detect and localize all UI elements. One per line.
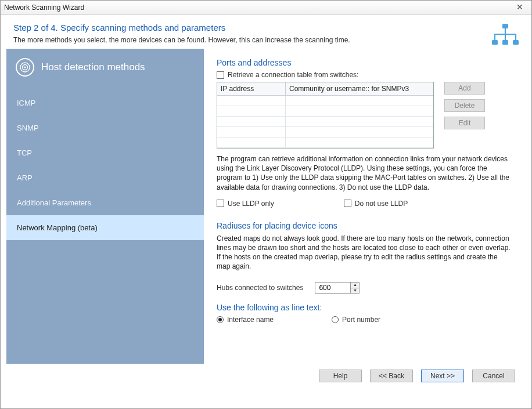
hubs-label: Hubs connected to switches — [217, 284, 303, 292]
sidebar-item-tcp[interactable]: TCP — [6, 140, 204, 165]
switch-table[interactable]: IP address Community or username:: for S… — [217, 82, 434, 149]
sidebar-item-arp[interactable]: ARP — [6, 165, 204, 190]
svg-rect-1 — [492, 40, 498, 45]
ports-section-title: Ports and addresses — [217, 58, 513, 67]
table-header-community: Community or username:: for SNMPv3 — [286, 82, 433, 95]
hubs-spinner[interactable]: ▲ ▼ — [315, 282, 360, 294]
next-button[interactable]: Next >> — [421, 370, 464, 382]
table-header-row: IP address Community or username:: for S… — [217, 82, 433, 96]
hubs-input[interactable] — [315, 282, 351, 294]
sidebar-item-label: ICMP — [17, 99, 36, 107]
do-not-use-lldp-label: Do not use LLDP — [355, 200, 408, 208]
table-row[interactable] — [217, 117, 433, 127]
port-number-radio[interactable]: Port number — [332, 316, 380, 324]
sidebar-item-label: ARP — [17, 173, 33, 182]
interface-name-label: Interface name — [227, 316, 274, 324]
lldp-checkboxes: Use LLDP only Do not use LLDP — [217, 197, 513, 211]
sidebar: Host detection methods ICMP SNMP TCP ARP… — [6, 49, 204, 364]
sidebar-title: Host detection methods — [41, 61, 145, 73]
sidebar-item-snmp[interactable]: SNMP — [6, 115, 204, 140]
hubs-spinner-row: Hubs connected to switches ▲ ▼ — [217, 282, 513, 294]
wizard-body: Host detection methods ICMP SNMP TCP ARP… — [6, 49, 526, 364]
radar-icon — [16, 58, 34, 77]
table-row[interactable] — [217, 137, 433, 148]
titlebar: Network Scanning Wizard ✕ — [1, 1, 531, 15]
checkbox-icon[interactable] — [217, 71, 224, 79]
content-panel: Ports and addresses Retrieve a connectio… — [204, 49, 526, 364]
close-icon[interactable]: ✕ — [512, 2, 528, 13]
cancel-button[interactable]: Cancel — [472, 370, 515, 382]
edit-button[interactable]: Edit — [444, 117, 485, 129]
sidebar-item-icmp[interactable]: ICMP — [6, 91, 204, 115]
sidebar-heading: Host detection methods — [6, 49, 204, 91]
use-lldp-only-label: Use LLDP only — [228, 200, 274, 208]
step-description: The more methods you select, the more de… — [13, 36, 519, 44]
step-title: Step 2 of 4. Specify scanning methods an… — [13, 23, 519, 32]
table-row[interactable] — [217, 106, 433, 117]
sidebar-item-label: TCP — [17, 149, 32, 157]
table-action-buttons: Add Delete Edit — [444, 82, 485, 149]
svg-rect-3 — [513, 40, 519, 45]
radio-icon[interactable] — [332, 316, 339, 323]
interface-name-radio[interactable]: Interface name — [217, 316, 274, 324]
radio-icon[interactable] — [217, 316, 224, 323]
wizard-footer: Help << Back Next >> Cancel — [1, 364, 531, 388]
use-lldp-only-checkbox[interactable]: Use LLDP only — [217, 200, 274, 208]
do-not-use-lldp-checkbox[interactable]: Do not use LLDP — [344, 200, 408, 208]
network-icon — [490, 23, 520, 49]
spinner-down-icon[interactable]: ▼ — [351, 288, 359, 293]
help-button[interactable]: Help — [319, 370, 362, 382]
table-header-ip: IP address — [217, 82, 286, 95]
table-row[interactable] — [217, 96, 433, 106]
add-button[interactable]: Add — [444, 82, 485, 95]
line-text-section-title: Use the following as line text: — [217, 303, 513, 312]
spinner-buttons[interactable]: ▲ ▼ — [351, 282, 360, 294]
checkbox-icon[interactable] — [217, 200, 224, 207]
retrieve-checkbox-row[interactable]: Retrieve a connection table from switche… — [217, 71, 513, 79]
back-button[interactable]: << Back — [370, 370, 413, 382]
svg-rect-2 — [502, 40, 508, 45]
wizard-header: Step 2 of 4. Specify scanning methods an… — [1, 15, 531, 49]
retrieve-checkbox-label: Retrieve a connection table from switche… — [228, 71, 358, 79]
svg-point-6 — [24, 66, 26, 68]
sidebar-item-label: Network Mapping (beta) — [17, 223, 98, 232]
sidebar-item-additional-parameters[interactable]: Additional Parameters — [6, 190, 204, 215]
line-text-radio-group: Interface name Port number — [217, 316, 513, 324]
port-number-label: Port number — [342, 316, 380, 324]
delete-button[interactable]: Delete — [444, 99, 485, 112]
sidebar-item-label: Additional Parameters — [17, 198, 91, 207]
svg-rect-0 — [502, 24, 508, 28]
checkbox-icon[interactable] — [344, 200, 351, 207]
sidebar-item-network-mapping[interactable]: Network Mapping (beta) — [6, 215, 204, 240]
spinner-up-icon[interactable]: ▲ — [351, 283, 359, 288]
table-row[interactable] — [217, 127, 433, 137]
lldp-description: The program can retrieve additional info… — [217, 154, 513, 192]
sidebar-item-label: SNMP — [17, 124, 39, 132]
window-title: Network Scanning Wizard — [4, 3, 84, 12]
switch-table-row: IP address Community or username:: for S… — [217, 82, 513, 149]
radiuses-section-title: Radiuses for placing device icons — [217, 221, 513, 230]
radiuses-description: Created maps do not always look good. If… — [217, 234, 513, 272]
